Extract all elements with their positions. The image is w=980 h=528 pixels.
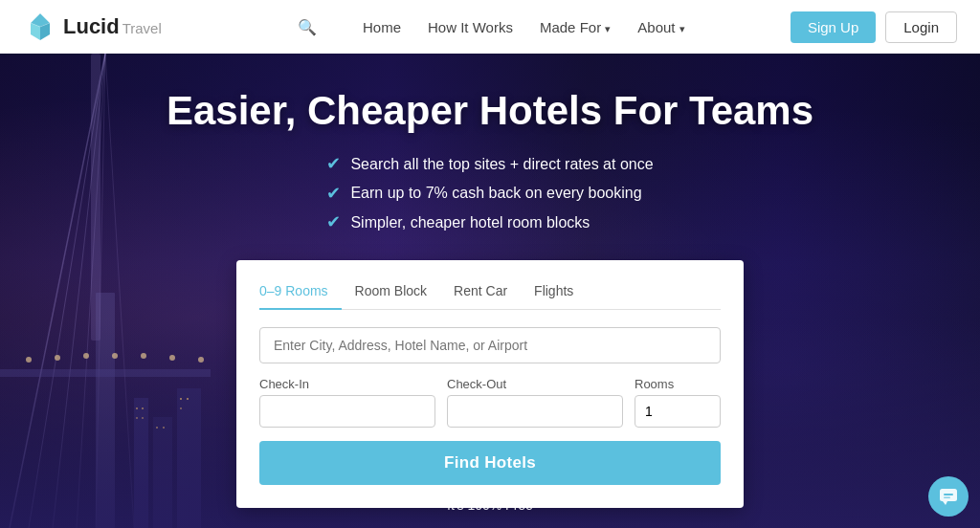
- hero-title: Easier, Cheaper Hotels For Teams: [167, 88, 813, 134]
- nav-home[interactable]: Home: [363, 19, 401, 35]
- checkin-input[interactable]: [259, 395, 435, 428]
- checkin-field: Check-In: [259, 377, 435, 428]
- free-text: It's 100% Free: [447, 497, 533, 513]
- svg-rect-35: [944, 497, 950, 499]
- check-icon-1: ✔: [326, 149, 341, 179]
- svg-marker-33: [943, 501, 947, 505]
- chevron-down-icon: ▾: [605, 23, 611, 34]
- tab-rent-car[interactable]: Rent Car: [440, 279, 521, 310]
- search-box: 0–9 Rooms Room Block Rent Car Flights Ch…: [236, 260, 744, 508]
- nav-about[interactable]: About ▾: [637, 19, 684, 35]
- hero-content: Easier, Cheaper Hotels For Teams ✔ Searc…: [0, 54, 980, 528]
- feature-3: ✔ Simpler, cheaper hotel room blocks: [326, 208, 653, 237]
- check-icon-2: ✔: [326, 179, 341, 209]
- checkout-field: Check-Out: [447, 377, 623, 428]
- nav-made-for[interactable]: Made For ▾: [540, 19, 611, 35]
- rooms-label: Rooms: [635, 377, 721, 391]
- search-tabs: 0–9 Rooms Room Block Rent Car Flights: [259, 279, 721, 310]
- feature-2: ✔ Earn up to 7% cash back on every booki…: [326, 179, 653, 209]
- logo-icon: [23, 10, 57, 44]
- search-fields-row: Check-In Check-Out Rooms: [259, 377, 721, 428]
- tab-flights[interactable]: Flights: [521, 279, 587, 310]
- rooms-field: Rooms: [635, 377, 721, 428]
- location-input[interactable]: [259, 327, 721, 363]
- checkin-label: Check-In: [259, 377, 435, 391]
- tab-room-block[interactable]: Room Block: [342, 279, 440, 310]
- navbar: LucidTravel 🔍 Home How It Works Made For…: [0, 0, 980, 54]
- signup-button[interactable]: Sign Up: [791, 11, 876, 43]
- logo[interactable]: LucidTravel: [23, 10, 162, 44]
- rooms-input[interactable]: [635, 395, 721, 428]
- nav-actions: Sign Up Login: [791, 11, 957, 43]
- find-hotels-button[interactable]: Find Hotels: [259, 441, 721, 485]
- login-button[interactable]: Login: [885, 11, 957, 43]
- checkout-label: Check-Out: [447, 377, 623, 391]
- svg-rect-34: [944, 494, 953, 495]
- chevron-down-icon: ▾: [679, 23, 685, 34]
- tab-rooms[interactable]: 0–9 Rooms: [259, 279, 342, 310]
- checkout-input[interactable]: [447, 395, 623, 428]
- logo-text: LucidTravel: [63, 14, 162, 39]
- check-icon-3: ✔: [326, 208, 341, 237]
- feature-1: ✔ Search all the top sites + direct rate…: [326, 149, 653, 179]
- search-icon[interactable]: 🔍: [298, 18, 317, 36]
- nav-links: Home How It Works Made For ▾ About ▾: [363, 19, 685, 35]
- hero-features: ✔ Search all the top sites + direct rate…: [326, 149, 653, 237]
- nav-how-it-works[interactable]: How It Works: [428, 19, 513, 35]
- chat-icon[interactable]: [928, 476, 969, 517]
